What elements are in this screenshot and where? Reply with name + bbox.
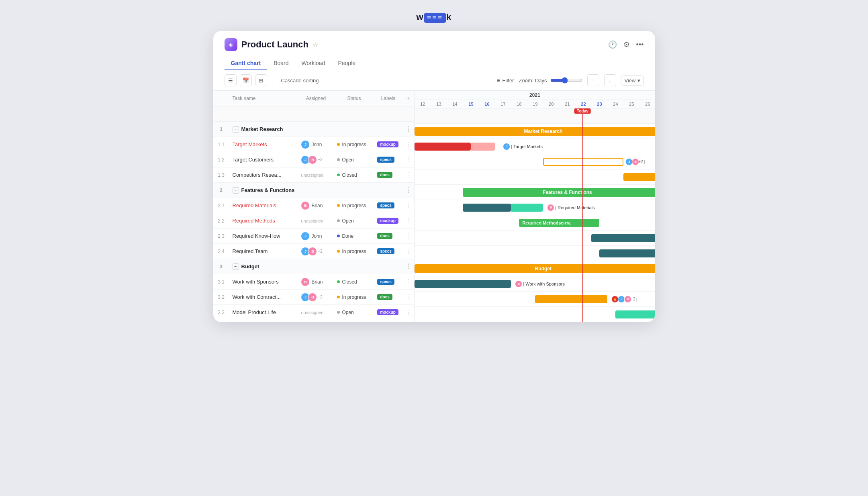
- task-num-1-1: 1.1: [213, 142, 229, 147]
- task-num-1-2: 1.2: [213, 157, 229, 163]
- toolbar-right: ≡ Filter Zoom: Days ↑ ↓ View ▾: [497, 74, 644, 86]
- task-name-2-4[interactable]: Required Team: [229, 246, 298, 257]
- assigned-text-2-3: John: [311, 233, 322, 239]
- row-menu-1-1[interactable]: ⋮: [402, 141, 414, 148]
- collapse-2[interactable]: −: [233, 187, 239, 194]
- gantt-year: 2021: [415, 91, 655, 100]
- gantt-day-26: 26: [639, 100, 655, 108]
- task-assigned-2-3: J John: [298, 232, 334, 241]
- row-menu-2-2[interactable]: ⋮: [402, 217, 414, 225]
- gantt-bar-1-2[interactable]: [543, 158, 623, 166]
- logo-middle: ≡≡≡: [424, 13, 447, 23]
- gantt-day-23: 23: [591, 100, 607, 108]
- row-menu-2-1[interactable]: ⋮: [402, 202, 414, 209]
- task-name-1-3[interactable]: Competitors Resea...: [229, 169, 298, 180]
- task-list: Task name Assigned Status Labels + 1 − M…: [213, 91, 415, 322]
- download-btn[interactable]: ↓: [604, 74, 616, 86]
- row-menu-3-3[interactable]: ⋮: [402, 308, 414, 316]
- list-view-btn[interactable]: ☰: [225, 74, 237, 86]
- export-btn[interactable]: ↑: [587, 74, 599, 86]
- tab-board[interactable]: Board: [267, 57, 295, 70]
- gantt-bar-2-2[interactable]: Required Methodsента: [519, 219, 599, 227]
- collapse-3[interactable]: −: [233, 263, 239, 270]
- col-header-labels: Labels: [374, 94, 402, 103]
- task-name-3-2[interactable]: Work with Contract...: [229, 292, 298, 302]
- status-dot-1-3: [337, 173, 340, 176]
- gantt-bar-1-3[interactable]: [623, 173, 655, 181]
- task-name-market-research[interactable]: − Market Research: [229, 124, 298, 135]
- task-label-1-1: mockup: [374, 141, 402, 147]
- task-label-1-2: specs: [374, 157, 402, 163]
- task-name-features[interactable]: − Features & Functions: [229, 185, 298, 196]
- assigned-text-1-1: John: [311, 142, 322, 147]
- status-label-2-2: Open: [342, 218, 353, 224]
- avatar-3-2b: B: [308, 293, 317, 302]
- gantt-row-2-4: [415, 246, 655, 261]
- gantt-bar-group-3: Budget: [415, 264, 655, 273]
- status-dot-1-1: [337, 143, 340, 146]
- gantt-day-16: 16: [479, 100, 495, 108]
- tab-people[interactable]: People: [331, 57, 362, 70]
- row-menu-3-2[interactable]: ⋮: [402, 293, 414, 301]
- status-dot-3-1: [337, 280, 340, 283]
- zoom-slider[interactable]: [550, 77, 582, 84]
- task-num-3: 3: [213, 264, 229, 269]
- page-title: Product Launch: [241, 39, 308, 50]
- task-row-2-3: 2.3 Required Know-How J John Done docs ⋮: [213, 229, 415, 244]
- row-menu-1-2[interactable]: ⋮: [402, 156, 414, 163]
- task-name-3-1[interactable]: Work with Sponsors: [229, 276, 298, 287]
- history-icon[interactable]: 🕐: [608, 40, 617, 49]
- settings-icon[interactable]: ⚙: [623, 40, 630, 49]
- task-num-3-2: 3.2: [213, 294, 229, 300]
- gantt-bar-3-1[interactable]: [415, 280, 511, 288]
- task-name-budget[interactable]: − Budget: [229, 261, 298, 272]
- task-assigned-1-2: J B +2: [298, 155, 334, 164]
- calendar-view-btn[interactable]: 📅: [240, 74, 252, 86]
- gantt-bar-3-3[interactable]: [615, 310, 655, 318]
- col-header-add: +: [402, 94, 414, 103]
- collapse-1[interactable]: −: [233, 126, 239, 133]
- gantt-row-1-3: [415, 169, 655, 185]
- tab-workload[interactable]: Workload: [295, 57, 332, 70]
- row-menu-3[interactable]: ⋮: [402, 263, 414, 270]
- row-menu-2[interactable]: ⋮: [402, 186, 414, 194]
- row-menu-2-4[interactable]: ⋮: [402, 247, 414, 255]
- row-menu-1-3[interactable]: ⋮: [402, 171, 414, 179]
- table-view-btn[interactable]: ⊞: [255, 74, 267, 86]
- task-num-1-3: 1.3: [213, 172, 229, 178]
- gantt-bar-2-4[interactable]: [599, 249, 655, 257]
- row-menu-1[interactable]: ⋮: [402, 125, 414, 133]
- row-menu-3-1[interactable]: ⋮: [402, 278, 414, 286]
- gantt-bar-3-2[interactable]: [535, 295, 607, 303]
- filter-icon: ≡: [497, 78, 500, 84]
- status-label-3-3: Open: [342, 310, 353, 315]
- task-name-1-1[interactable]: Target Markets: [229, 139, 298, 150]
- tab-gantt-chart[interactable]: Gantt chart: [225, 57, 268, 70]
- main-card: ◈ Product Launch ☆ 🕐 ⚙ ••• Gantt chart B…: [213, 31, 655, 322]
- task-name-2-3[interactable]: Required Know-How: [229, 231, 298, 241]
- chevron-down-icon: ▾: [637, 78, 640, 84]
- task-row-2-4: 2.4 Required Team J B +2 In progress spe…: [213, 244, 415, 259]
- gantt-bar-1-1[interactable]: [415, 143, 471, 151]
- task-name-1-2[interactable]: Target Customers: [229, 154, 298, 165]
- cascade-sort-btn[interactable]: Cascade sorting: [277, 76, 323, 85]
- col-header-name: Task name: [229, 94, 298, 103]
- task-num-3-3: 3.3: [213, 310, 229, 315]
- star-icon[interactable]: ☆: [312, 41, 318, 49]
- gantt-row-empty: [415, 108, 655, 124]
- add-column-icon[interactable]: +: [407, 96, 410, 101]
- status-label-1-3: Closed: [342, 172, 357, 178]
- filter-btn[interactable]: ≡ Filter: [497, 78, 514, 84]
- gantt-row-1-2: J B +2 |: [415, 154, 655, 169]
- gantt-bar-group-1: Market Research: [415, 127, 655, 136]
- unassigned-2-2: unassigned: [301, 218, 323, 223]
- task-name-2-2[interactable]: Required Methods: [229, 215, 298, 226]
- row-menu-2-3[interactable]: ⋮: [402, 232, 414, 240]
- view-btn[interactable]: View ▾: [621, 76, 644, 86]
- task-name-2-1[interactable]: Required Materials: [229, 200, 298, 211]
- task-name-3-3[interactable]: Model Product Life: [229, 307, 298, 318]
- label-badge-2-2: mockup: [377, 218, 398, 224]
- gantt-bar-2-1a[interactable]: [463, 204, 511, 212]
- more-icon[interactable]: •••: [636, 41, 644, 49]
- gantt-bar-2-3[interactable]: [591, 234, 655, 242]
